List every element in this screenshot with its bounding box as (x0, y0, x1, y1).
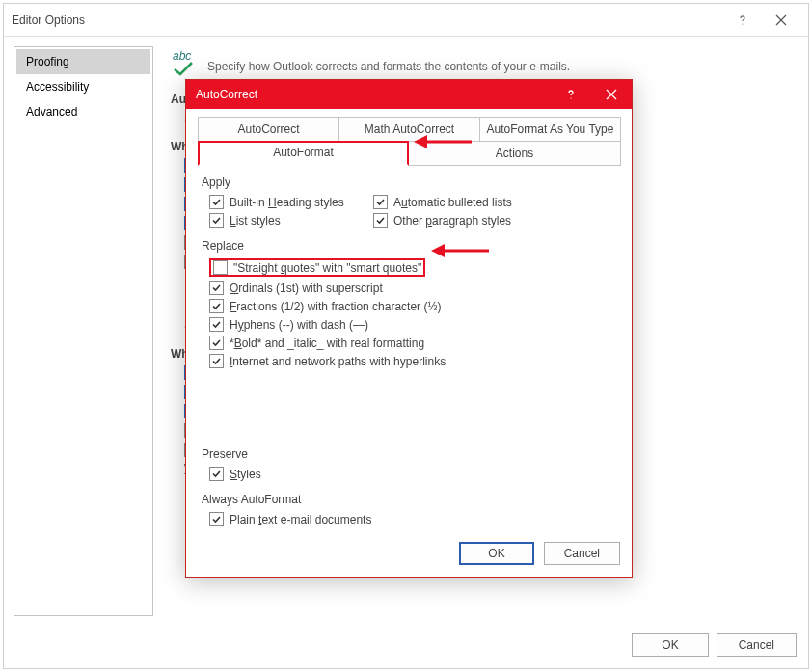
checkbox-list-styles[interactable] (209, 213, 224, 228)
fieldset-preserve: Preserve Styles (198, 447, 620, 483)
tab-autoformat[interactable]: AutoFormat (198, 141, 409, 166)
annotation-arrow-icon (414, 132, 472, 151)
tab-row-2: AutoFormat Actions (198, 141, 620, 166)
sidebar: Proofing Accessibility Advanced (14, 46, 153, 616)
sidebar-item-accessibility[interactable]: Accessibility (16, 74, 150, 99)
proofing-icon: abc (171, 50, 198, 77)
checkbox-ordinals[interactable] (209, 281, 224, 295)
highlighted-smartquotes: "Straight quotes" with "smart quotes" (209, 258, 425, 277)
sidebar-item-proofing[interactable]: Proofing (16, 49, 150, 74)
fieldset-always: Always AutoFormat Plain text e-mail docu… (198, 493, 620, 528)
legend-apply: Apply (202, 175, 616, 189)
checkbox-smart-quotes[interactable] (213, 260, 228, 275)
intro-text: Specify how Outlook corrects and formats… (207, 60, 570, 77)
sidebar-item-advanced[interactable]: Advanced (16, 99, 150, 124)
ok-button[interactable]: OK (632, 633, 708, 657)
checkbox-plaintext-email[interactable] (209, 512, 224, 526)
checkbox-bulleted-lists[interactable] (373, 195, 388, 209)
checkbox-hyperlinks[interactable] (209, 354, 224, 368)
fieldset-replace: Replace "Straight quotes" with "smart qu… (198, 239, 620, 370)
dialog-help-icon[interactable] (551, 80, 591, 109)
dialog-close-icon[interactable] (591, 80, 632, 109)
checkbox-styles[interactable] (209, 467, 224, 481)
tab-autoformat-as-you-type[interactable]: AutoFormat As You Type (479, 117, 621, 142)
dialog-titlebar: AutoCorrect (186, 80, 632, 109)
checkbox-fractions[interactable] (209, 299, 224, 313)
annotation-arrow-icon (431, 241, 489, 260)
svg-point-0 (742, 23, 743, 24)
checkbox-heading-styles[interactable] (209, 195, 224, 209)
checkbox-other-paragraph[interactable] (373, 213, 388, 228)
dialog-footer: OK Cancel (198, 528, 620, 565)
dialog-title: AutoCorrect (186, 88, 551, 101)
fieldset-apply: Apply Built-in Heading styles Automatic … (198, 175, 620, 229)
svg-point-2 (570, 97, 571, 98)
tab-row-1: AutoCorrect Math AutoCorrect AutoFormat … (198, 117, 620, 142)
main-footer: OK Cancel (632, 633, 797, 657)
checkbox-bold-italic[interactable] (209, 336, 224, 350)
main-title: Editor Options (12, 13, 723, 27)
checkbox-hyphens[interactable] (209, 317, 224, 332)
close-icon[interactable] (762, 6, 800, 35)
dialog-cancel-button[interactable]: Cancel (544, 542, 620, 565)
main-titlebar: Editor Options (4, 4, 808, 37)
autocorrect-dialog: AutoCorrect AutoCorrect Math AutoCorrect… (185, 79, 633, 578)
help-icon[interactable] (723, 6, 762, 35)
svg-text:abc: abc (173, 50, 191, 63)
cancel-button[interactable]: Cancel (717, 633, 797, 657)
legend-replace: Replace (202, 239, 616, 253)
legend-preserve: Preserve (202, 447, 616, 461)
legend-always: Always AutoFormat (202, 493, 616, 506)
tab-autocorrect[interactable]: AutoCorrect (198, 117, 339, 142)
dialog-ok-button[interactable]: OK (459, 542, 533, 565)
